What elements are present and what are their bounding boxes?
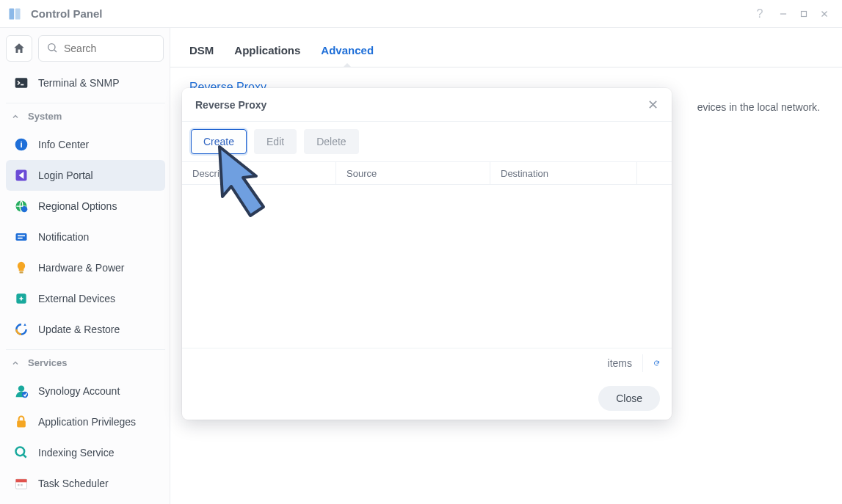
- tab-dsm[interactable]: DSM: [189, 44, 214, 67]
- sidebar-item-indexing-service[interactable]: Indexing Service: [6, 437, 165, 468]
- sidebar-section-system[interactable]: System: [6, 103, 165, 129]
- svg-rect-28: [21, 484, 23, 486]
- globe-icon: [13, 198, 29, 214]
- svg-text:i: i: [20, 139, 22, 149]
- refresh-button[interactable]: [642, 354, 660, 372]
- sidebar-item-update-restore[interactable]: Update & Restore: [6, 314, 165, 345]
- sidebar-item-external-devices[interactable]: External Devices: [6, 283, 165, 314]
- sidebar-item-label: Indexing Service: [38, 447, 115, 459]
- dialog-title: Reverse Proxy: [195, 99, 266, 111]
- notification-icon: [13, 229, 29, 245]
- svg-rect-18: [20, 271, 23, 274]
- close-icon[interactable]: ✕: [644, 96, 661, 114]
- tabs: DSM Applications Advanced: [170, 28, 842, 67]
- sidebar-item-label: Terminal & SNMP: [38, 77, 119, 89]
- sidebar-item-label: Hardware & Power: [38, 262, 125, 274]
- sidebar-item-label: Task Scheduler: [38, 478, 109, 489]
- sidebar-item-label: Synology Account: [38, 385, 120, 397]
- svg-line-24: [23, 455, 26, 458]
- sidebar-item-label: Regional Options: [38, 200, 117, 212]
- app-icon: [7, 7, 22, 21]
- sidebar-item-regional-options[interactable]: Regional Options: [6, 191, 165, 222]
- svg-rect-3: [802, 11, 807, 16]
- svg-rect-27: [18, 484, 20, 486]
- column-spacer: [637, 162, 672, 184]
- svg-rect-16: [18, 235, 25, 237]
- bulb-icon: [13, 260, 29, 276]
- svg-point-23: [16, 448, 25, 456]
- sidebar-item-label: Login Portal: [38, 169, 93, 181]
- dialog-header: Reverse Proxy ✕: [182, 88, 672, 122]
- lock-icon: [13, 414, 29, 430]
- sidebar-item-label: Application Privileges: [38, 416, 136, 428]
- svg-point-20: [18, 386, 24, 392]
- search-input-wrap[interactable]: [38, 35, 164, 62]
- close-window-button[interactable]: [814, 4, 835, 24]
- svg-rect-0: [10, 8, 15, 19]
- svg-line-7: [54, 50, 57, 52]
- login-portal-icon: [13, 167, 29, 183]
- terminal-icon: [13, 75, 29, 91]
- search-index-icon: [13, 445, 29, 461]
- sidebar-item-terminal-snmp[interactable]: Terminal & SNMP: [6, 67, 165, 98]
- sidebar-section-label: Services: [28, 357, 68, 368]
- sidebar-item-hardware-power[interactable]: Hardware & Power: [6, 252, 165, 283]
- delete-button: Delete: [304, 129, 358, 154]
- minimize-button[interactable]: [773, 4, 794, 24]
- svg-rect-8: [15, 78, 28, 87]
- account-icon: [13, 383, 29, 399]
- svg-rect-1: [15, 8, 21, 19]
- titlebar: Control Panel ?: [0, 0, 842, 28]
- sidebar: Terminal & SNMP System i Info Center Log…: [0, 28, 170, 504]
- table-header: Description Source Destination: [182, 161, 672, 185]
- info-icon: i: [13, 136, 29, 153]
- column-destination[interactable]: Destination: [490, 162, 637, 184]
- dialog-toolbar: Create Edit Delete: [182, 122, 672, 161]
- update-restore-icon: [13, 321, 29, 337]
- sidebar-item-info-center[interactable]: i Info Center: [6, 129, 165, 160]
- edit-button: Edit: [254, 129, 297, 154]
- sidebar-item-label: Update & Restore: [38, 324, 120, 335]
- sidebar-item-synology-account[interactable]: Synology Account: [6, 376, 165, 406]
- window-title: Control Panel: [31, 7, 103, 20]
- sidebar-item-task-scheduler[interactable]: Task Scheduler: [6, 468, 165, 499]
- svg-point-6: [48, 43, 55, 50]
- sidebar-item-label: Notification: [38, 231, 89, 243]
- svg-point-21: [22, 392, 28, 398]
- column-source[interactable]: Source: [336, 162, 490, 184]
- svg-rect-15: [16, 233, 27, 241]
- svg-point-14: [21, 206, 27, 212]
- close-button[interactable]: Close: [598, 386, 660, 411]
- calendar-icon: [13, 475, 29, 492]
- chevron-up-icon: [10, 112, 21, 122]
- create-button[interactable]: Create: [191, 129, 247, 154]
- sidebar-item-label: External Devices: [38, 293, 115, 304]
- search-icon: [46, 42, 58, 56]
- svg-rect-26: [16, 479, 27, 482]
- sidebar-item-notification[interactable]: Notification: [6, 222, 165, 252]
- sidebar-section-label: System: [28, 111, 62, 122]
- sidebar-section-services[interactable]: Services: [6, 349, 165, 376]
- sidebar-item-label: Info Center: [38, 139, 89, 150]
- column-description[interactable]: Description: [182, 162, 336, 184]
- tab-applications[interactable]: Applications: [234, 44, 300, 67]
- dialog-footer: Close: [182, 377, 672, 420]
- reverse-proxy-dialog: Reverse Proxy ✕ Create Edit Delete Descr…: [182, 88, 672, 420]
- sidebar-item-login-portal[interactable]: Login Portal: [6, 160, 165, 191]
- table-body: [182, 185, 672, 348]
- tab-advanced[interactable]: Advanced: [321, 44, 374, 67]
- sidebar-item-application-privileges[interactable]: Application Privileges: [6, 406, 165, 437]
- maximize-button[interactable]: [794, 4, 814, 24]
- search-input[interactable]: [64, 43, 156, 54]
- dialog-statusbar: items: [182, 348, 672, 377]
- items-count-label: items: [608, 357, 632, 369]
- svg-rect-22: [17, 420, 26, 427]
- svg-rect-17: [18, 238, 23, 239]
- home-button[interactable]: [6, 35, 32, 62]
- external-devices-icon: [13, 291, 29, 307]
- help-icon[interactable]: ?: [750, 4, 770, 24]
- chevron-up-icon: [10, 358, 21, 368]
